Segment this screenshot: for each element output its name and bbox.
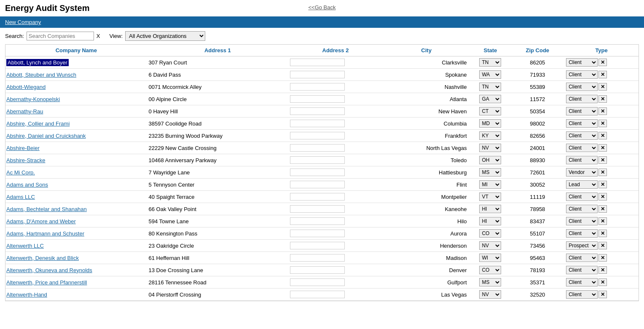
- address2-cell[interactable]: [288, 69, 383, 81]
- state-select[interactable]: ALAKAZARCACOCTDEFLGAHIIDILINIAKSKYLAMEMD…: [479, 266, 501, 274]
- company-name-link[interactable]: Altenwerth-Hand: [6, 292, 47, 298]
- type-select[interactable]: ClientVendorProspectLead: [566, 217, 598, 225]
- address2-cell[interactable]: [288, 215, 383, 227]
- address2-cell[interactable]: [288, 240, 383, 252]
- state-select[interactable]: ALAKAZARCACOCTDEFLGAHIIDILINIAKSKYLAMEMD…: [479, 119, 501, 128]
- type-cell[interactable]: ClientVendorProspectLead✕: [564, 56, 639, 68]
- delete-button[interactable]: ✕: [598, 242, 607, 249]
- address2-cell[interactable]: [288, 81, 383, 93]
- state-cell[interactable]: ALAKAZARCACOCTDEFLGAHIIDILINIAKSKYLAMEMD…: [470, 56, 511, 69]
- type-select[interactable]: ClientVendorProspectLead: [566, 241, 598, 250]
- delete-button[interactable]: ✕: [598, 71, 607, 78]
- type-cell[interactable]: ClientVendorProspectLead✕: [564, 166, 639, 178]
- type-select[interactable]: ClientVendorProspectLead: [566, 168, 598, 177]
- state-select[interactable]: ALAKAZARCACOCTDEFLGAHIIDILINIAKSKYLAMEMD…: [479, 241, 501, 250]
- state-cell[interactable]: ALAKAZARCACOCTDEFLGAHIIDILINIAKSKYLAMEMD…: [470, 118, 511, 130]
- address2-cell[interactable]: [288, 166, 383, 179]
- company-name-link[interactable]: Adams LLC: [6, 194, 35, 200]
- state-select[interactable]: ALAKAZARCACOCTDEFLGAHIIDILINIAKSKYLAMEMD…: [479, 217, 501, 225]
- delete-button[interactable]: ✕: [598, 107, 607, 115]
- state-select[interactable]: ALAKAZARCACOCTDEFLGAHIIDILINIAKSKYLAMEMD…: [479, 131, 501, 140]
- search-clear-button[interactable]: X: [97, 33, 100, 39]
- address2-cell[interactable]: [288, 203, 383, 215]
- state-cell[interactable]: ALAKAZARCACOCTDEFLGAHIIDILINIAKSKYLAMEMD…: [470, 227, 511, 240]
- type-select[interactable]: ClientVendorProspectLead: [566, 278, 598, 286]
- delete-button[interactable]: ✕: [598, 132, 607, 139]
- address2-input[interactable]: [290, 71, 345, 78]
- type-select[interactable]: ClientVendorProspectLead: [566, 205, 598, 213]
- address2-cell[interactable]: [288, 105, 383, 118]
- type-cell[interactable]: ClientVendorProspectLead✕: [564, 289, 639, 300]
- address2-input[interactable]: [290, 107, 345, 115]
- address2-input[interactable]: [290, 278, 345, 286]
- type-select[interactable]: ClientVendorProspectLead: [566, 193, 598, 201]
- address2-input[interactable]: [290, 291, 345, 298]
- type-select[interactable]: ClientVendorProspectLead: [566, 131, 598, 140]
- address2-cell[interactable]: [288, 56, 383, 69]
- state-select[interactable]: ALAKAZARCACOCTDEFLGAHIIDILINIAKSKYLAMEMD…: [479, 144, 501, 152]
- address2-input[interactable]: [290, 156, 345, 164]
- delete-button[interactable]: ✕: [598, 254, 607, 262]
- delete-button[interactable]: ✕: [598, 181, 607, 188]
- company-name-link[interactable]: Altenwerth, Price and Pfannerstill: [6, 279, 87, 286]
- address2-input[interactable]: [290, 120, 345, 127]
- type-select[interactable]: ClientVendorProspectLead: [566, 70, 598, 79]
- company-name-link[interactable]: Abshire-Beier: [6, 145, 40, 151]
- go-back-link[interactable]: <<Go Back: [308, 4, 335, 11]
- address2-cell[interactable]: [288, 118, 383, 130]
- delete-button[interactable]: ✕: [598, 266, 607, 274]
- delete-button[interactable]: ✕: [598, 120, 607, 127]
- type-select[interactable]: ClientVendorProspectLead: [566, 83, 598, 91]
- address2-input[interactable]: [290, 205, 345, 213]
- type-select[interactable]: ClientVendorProspectLead: [566, 266, 598, 274]
- delete-button[interactable]: ✕: [598, 291, 607, 298]
- type-cell[interactable]: ClientVendorProspectLead✕: [564, 276, 639, 288]
- type-select[interactable]: ClientVendorProspectLead: [566, 290, 598, 299]
- state-select[interactable]: ALAKAZARCACOCTDEFLGAHIIDILINIAKSKYLAMEMD…: [479, 290, 501, 299]
- address2-input[interactable]: [290, 193, 345, 201]
- type-cell[interactable]: ClientVendorProspectLead✕: [564, 130, 639, 142]
- delete-button[interactable]: ✕: [598, 83, 607, 91]
- state-select[interactable]: ALAKAZARCACOCTDEFLGAHIIDILINIAKSKYLAMEMD…: [479, 156, 501, 164]
- address2-input[interactable]: [290, 144, 345, 152]
- search-input[interactable]: [27, 32, 94, 40]
- company-name-link[interactable]: Altenwerth LLC: [6, 243, 44, 249]
- state-cell[interactable]: ALAKAZARCACOCTDEFLGAHIIDILINIAKSKYLAMEMD…: [470, 166, 511, 179]
- new-company-link[interactable]: New Company: [5, 19, 41, 25]
- address2-cell[interactable]: [288, 264, 383, 276]
- address2-cell[interactable]: [288, 252, 383, 264]
- type-select[interactable]: ClientVendorProspectLead: [566, 144, 598, 152]
- state-cell[interactable]: ALAKAZARCACOCTDEFLGAHIIDILINIAKSKYLAMEMD…: [470, 191, 511, 203]
- type-select[interactable]: ClientVendorProspectLead: [566, 156, 598, 164]
- address2-input[interactable]: [290, 132, 345, 139]
- company-name-link[interactable]: Ac Mi Corp.: [6, 169, 35, 176]
- state-select[interactable]: ALAKAZARCACOCTDEFLGAHIIDILINIAKSKYLAMEMD…: [479, 107, 501, 115]
- company-name-link[interactable]: Adams, Bechtelar and Shanahan: [6, 206, 87, 212]
- address2-input[interactable]: [290, 95, 345, 103]
- state-select[interactable]: ALAKAZARCACOCTDEFLGAHIIDILINIAKSKYLAMEMD…: [479, 70, 501, 79]
- company-name-link[interactable]: Abernathy-Rau: [6, 108, 43, 115]
- type-cell[interactable]: ClientVendorProspectLead✕: [564, 191, 639, 203]
- type-cell[interactable]: ClientVendorProspectLead✕: [564, 264, 639, 276]
- type-select[interactable]: ClientVendorProspectLead: [566, 254, 598, 262]
- type-cell[interactable]: ClientVendorProspectLead✕: [564, 105, 639, 117]
- delete-button[interactable]: ✕: [598, 156, 607, 164]
- delete-button[interactable]: ✕: [598, 217, 607, 225]
- address2-cell[interactable]: [288, 289, 383, 301]
- company-name-link[interactable]: Abshire, Daniel and Cruickshank: [6, 133, 86, 139]
- company-name-link[interactable]: Abbott-Wiegand: [6, 84, 46, 90]
- state-cell[interactable]: ALAKAZARCACOCTDEFLGAHIIDILINIAKSKYLAMEMD…: [470, 264, 511, 276]
- type-select[interactable]: ClientVendorProspectLead: [566, 229, 598, 238]
- address2-input[interactable]: [290, 83, 345, 91]
- company-name-link[interactable]: Abernathy-Konopelski: [6, 96, 60, 102]
- address2-input[interactable]: [290, 266, 345, 274]
- address2-input[interactable]: [290, 169, 345, 176]
- state-cell[interactable]: ALAKAZARCACOCTDEFLGAHIIDILINIAKSKYLAMEMD…: [470, 252, 511, 264]
- state-select[interactable]: ALAKAZARCACOCTDEFLGAHIIDILINIAKSKYLAMEMD…: [479, 95, 501, 103]
- address2-input[interactable]: [290, 181, 345, 188]
- address2-input[interactable]: [290, 230, 345, 237]
- delete-button[interactable]: ✕: [598, 193, 607, 201]
- state-cell[interactable]: ALAKAZARCACOCTDEFLGAHIIDILINIAKSKYLAMEMD…: [470, 240, 511, 252]
- address2-cell[interactable]: [288, 191, 383, 203]
- company-name-link[interactable]: Abshire, Collier and Frami: [6, 120, 70, 127]
